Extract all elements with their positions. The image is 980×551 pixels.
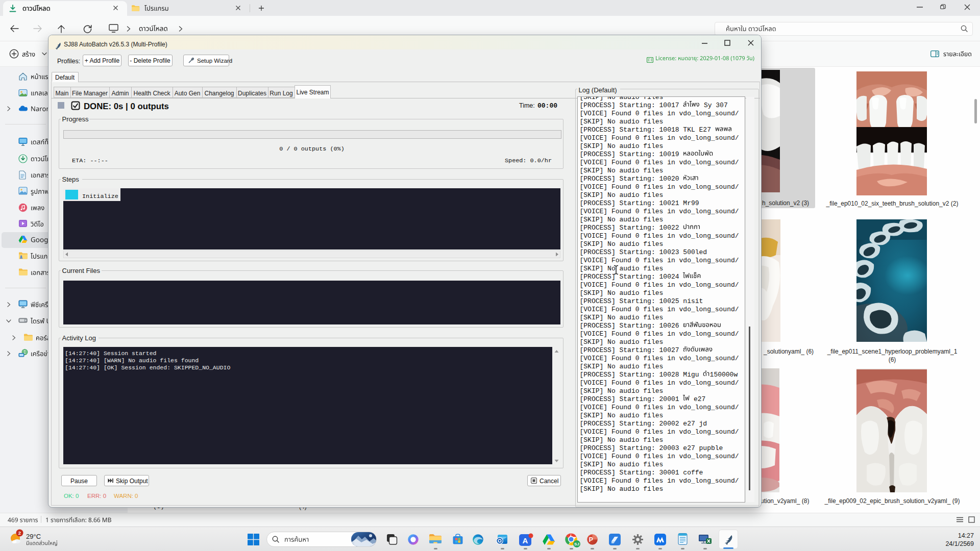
svg-text:2: 2 xyxy=(18,530,21,536)
svg-text:A: A xyxy=(523,536,528,545)
svg-text:P: P xyxy=(589,536,593,543)
svg-text:SJ: SJ xyxy=(574,542,579,546)
